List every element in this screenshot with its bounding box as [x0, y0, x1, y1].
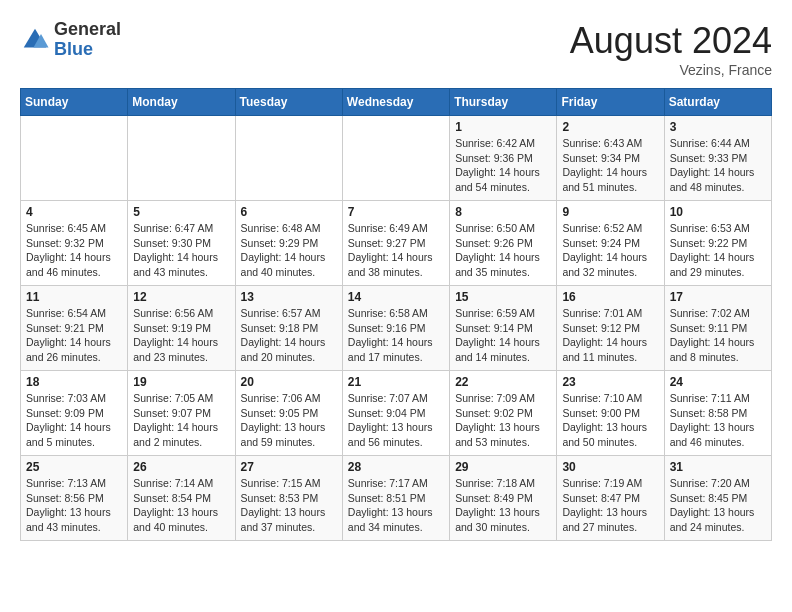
- day-info-23: Sunrise: 7:10 AMSunset: 9:00 PMDaylight:…: [562, 391, 658, 450]
- title-area: August 2024 Vezins, France: [570, 20, 772, 78]
- day-number-20: 20: [241, 375, 337, 389]
- logo-general-text: General: [54, 20, 121, 40]
- day-info-18: Sunrise: 7:03 AMSunset: 9:09 PMDaylight:…: [26, 391, 122, 450]
- day-number-6: 6: [241, 205, 337, 219]
- day-info-19: Sunrise: 7:05 AMSunset: 9:07 PMDaylight:…: [133, 391, 229, 450]
- day-info-31: Sunrise: 7:20 AMSunset: 8:45 PMDaylight:…: [670, 476, 766, 535]
- day-info-8: Sunrise: 6:50 AMSunset: 9:26 PMDaylight:…: [455, 221, 551, 280]
- calendar-cell-w4-d1: 18Sunrise: 7:03 AMSunset: 9:09 PMDayligh…: [21, 371, 128, 456]
- day-number-30: 30: [562, 460, 658, 474]
- calendar-cell-w1-d3: [235, 116, 342, 201]
- day-info-30: Sunrise: 7:19 AMSunset: 8:47 PMDaylight:…: [562, 476, 658, 535]
- calendar-cell-w2-d1: 4Sunrise: 6:45 AMSunset: 9:32 PMDaylight…: [21, 201, 128, 286]
- logo: General Blue: [20, 20, 121, 60]
- day-info-3: Sunrise: 6:44 AMSunset: 9:33 PMDaylight:…: [670, 136, 766, 195]
- day-number-21: 21: [348, 375, 444, 389]
- day-number-5: 5: [133, 205, 229, 219]
- col-wednesday: Wednesday: [342, 89, 449, 116]
- calendar-cell-w3-d2: 12Sunrise: 6:56 AMSunset: 9:19 PMDayligh…: [128, 286, 235, 371]
- day-number-26: 26: [133, 460, 229, 474]
- day-number-13: 13: [241, 290, 337, 304]
- calendar-week-3: 11Sunrise: 6:54 AMSunset: 9:21 PMDayligh…: [21, 286, 772, 371]
- col-tuesday: Tuesday: [235, 89, 342, 116]
- calendar-cell-w3-d3: 13Sunrise: 6:57 AMSunset: 9:18 PMDayligh…: [235, 286, 342, 371]
- calendar-cell-w1-d7: 3Sunrise: 6:44 AMSunset: 9:33 PMDaylight…: [664, 116, 771, 201]
- day-number-2: 2: [562, 120, 658, 134]
- calendar-week-1: 1Sunrise: 6:42 AMSunset: 9:36 PMDaylight…: [21, 116, 772, 201]
- calendar-cell-w2-d5: 8Sunrise: 6:50 AMSunset: 9:26 PMDaylight…: [450, 201, 557, 286]
- calendar-week-2: 4Sunrise: 6:45 AMSunset: 9:32 PMDaylight…: [21, 201, 772, 286]
- day-number-3: 3: [670, 120, 766, 134]
- calendar-cell-w5-d3: 27Sunrise: 7:15 AMSunset: 8:53 PMDayligh…: [235, 456, 342, 541]
- day-number-17: 17: [670, 290, 766, 304]
- day-number-29: 29: [455, 460, 551, 474]
- day-number-15: 15: [455, 290, 551, 304]
- calendar-cell-w5-d2: 26Sunrise: 7:14 AMSunset: 8:54 PMDayligh…: [128, 456, 235, 541]
- calendar-cell-w1-d2: [128, 116, 235, 201]
- month-year-title: August 2024: [570, 20, 772, 62]
- calendar-cell-w1-d5: 1Sunrise: 6:42 AMSunset: 9:36 PMDaylight…: [450, 116, 557, 201]
- calendar-cell-w5-d1: 25Sunrise: 7:13 AMSunset: 8:56 PMDayligh…: [21, 456, 128, 541]
- day-info-11: Sunrise: 6:54 AMSunset: 9:21 PMDaylight:…: [26, 306, 122, 365]
- day-number-23: 23: [562, 375, 658, 389]
- calendar-cell-w2-d3: 6Sunrise: 6:48 AMSunset: 9:29 PMDaylight…: [235, 201, 342, 286]
- col-thursday: Thursday: [450, 89, 557, 116]
- day-number-14: 14: [348, 290, 444, 304]
- day-info-17: Sunrise: 7:02 AMSunset: 9:11 PMDaylight:…: [670, 306, 766, 365]
- calendar-week-5: 25Sunrise: 7:13 AMSunset: 8:56 PMDayligh…: [21, 456, 772, 541]
- calendar-table: Sunday Monday Tuesday Wednesday Thursday…: [20, 88, 772, 541]
- day-info-26: Sunrise: 7:14 AMSunset: 8:54 PMDaylight:…: [133, 476, 229, 535]
- calendar-cell-w3-d1: 11Sunrise: 6:54 AMSunset: 9:21 PMDayligh…: [21, 286, 128, 371]
- day-info-20: Sunrise: 7:06 AMSunset: 9:05 PMDaylight:…: [241, 391, 337, 450]
- day-info-27: Sunrise: 7:15 AMSunset: 8:53 PMDaylight:…: [241, 476, 337, 535]
- day-info-9: Sunrise: 6:52 AMSunset: 9:24 PMDaylight:…: [562, 221, 658, 280]
- day-number-10: 10: [670, 205, 766, 219]
- day-info-21: Sunrise: 7:07 AMSunset: 9:04 PMDaylight:…: [348, 391, 444, 450]
- logo-icon: [20, 25, 50, 55]
- calendar-cell-w4-d2: 19Sunrise: 7:05 AMSunset: 9:07 PMDayligh…: [128, 371, 235, 456]
- day-info-28: Sunrise: 7:17 AMSunset: 8:51 PMDaylight:…: [348, 476, 444, 535]
- day-number-11: 11: [26, 290, 122, 304]
- day-number-27: 27: [241, 460, 337, 474]
- calendar-cell-w3-d4: 14Sunrise: 6:58 AMSunset: 9:16 PMDayligh…: [342, 286, 449, 371]
- day-info-16: Sunrise: 7:01 AMSunset: 9:12 PMDaylight:…: [562, 306, 658, 365]
- day-number-8: 8: [455, 205, 551, 219]
- page-header: General Blue August 2024 Vezins, France: [20, 20, 772, 78]
- col-friday: Friday: [557, 89, 664, 116]
- day-number-1: 1: [455, 120, 551, 134]
- calendar-cell-w2-d6: 9Sunrise: 6:52 AMSunset: 9:24 PMDaylight…: [557, 201, 664, 286]
- calendar-cell-w5-d6: 30Sunrise: 7:19 AMSunset: 8:47 PMDayligh…: [557, 456, 664, 541]
- calendar-cell-w3-d5: 15Sunrise: 6:59 AMSunset: 9:14 PMDayligh…: [450, 286, 557, 371]
- calendar-cell-w4-d5: 22Sunrise: 7:09 AMSunset: 9:02 PMDayligh…: [450, 371, 557, 456]
- day-info-15: Sunrise: 6:59 AMSunset: 9:14 PMDaylight:…: [455, 306, 551, 365]
- day-number-18: 18: [26, 375, 122, 389]
- calendar-cell-w1-d4: [342, 116, 449, 201]
- day-info-10: Sunrise: 6:53 AMSunset: 9:22 PMDaylight:…: [670, 221, 766, 280]
- calendar-cell-w5-d7: 31Sunrise: 7:20 AMSunset: 8:45 PMDayligh…: [664, 456, 771, 541]
- calendar-cell-w4-d3: 20Sunrise: 7:06 AMSunset: 9:05 PMDayligh…: [235, 371, 342, 456]
- day-info-12: Sunrise: 6:56 AMSunset: 9:19 PMDaylight:…: [133, 306, 229, 365]
- logo-blue-text: Blue: [54, 40, 121, 60]
- day-info-1: Sunrise: 6:42 AMSunset: 9:36 PMDaylight:…: [455, 136, 551, 195]
- day-info-14: Sunrise: 6:58 AMSunset: 9:16 PMDaylight:…: [348, 306, 444, 365]
- day-info-5: Sunrise: 6:47 AMSunset: 9:30 PMDaylight:…: [133, 221, 229, 280]
- day-number-24: 24: [670, 375, 766, 389]
- day-info-7: Sunrise: 6:49 AMSunset: 9:27 PMDaylight:…: [348, 221, 444, 280]
- col-monday: Monday: [128, 89, 235, 116]
- calendar-cell-w1-d1: [21, 116, 128, 201]
- day-info-29: Sunrise: 7:18 AMSunset: 8:49 PMDaylight:…: [455, 476, 551, 535]
- col-saturday: Saturday: [664, 89, 771, 116]
- day-number-12: 12: [133, 290, 229, 304]
- calendar-week-4: 18Sunrise: 7:03 AMSunset: 9:09 PMDayligh…: [21, 371, 772, 456]
- calendar-cell-w4-d7: 24Sunrise: 7:11 AMSunset: 8:58 PMDayligh…: [664, 371, 771, 456]
- day-info-2: Sunrise: 6:43 AMSunset: 9:34 PMDaylight:…: [562, 136, 658, 195]
- col-sunday: Sunday: [21, 89, 128, 116]
- day-number-9: 9: [562, 205, 658, 219]
- calendar-cell-w2-d7: 10Sunrise: 6:53 AMSunset: 9:22 PMDayligh…: [664, 201, 771, 286]
- day-number-28: 28: [348, 460, 444, 474]
- day-number-31: 31: [670, 460, 766, 474]
- calendar-cell-w3-d7: 17Sunrise: 7:02 AMSunset: 9:11 PMDayligh…: [664, 286, 771, 371]
- calendar-cell-w1-d6: 2Sunrise: 6:43 AMSunset: 9:34 PMDaylight…: [557, 116, 664, 201]
- calendar-cell-w2-d4: 7Sunrise: 6:49 AMSunset: 9:27 PMDaylight…: [342, 201, 449, 286]
- calendar-cell-w2-d2: 5Sunrise: 6:47 AMSunset: 9:30 PMDaylight…: [128, 201, 235, 286]
